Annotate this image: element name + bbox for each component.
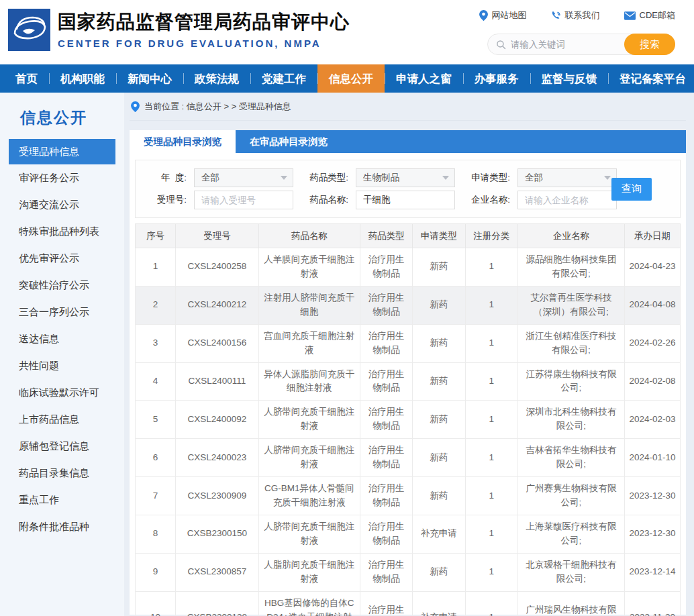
column-header: 申请类型 <box>412 224 465 248</box>
contact-label: 联系我们 <box>565 9 600 21</box>
nav-item-4[interactable]: 政策法规 <box>183 64 250 93</box>
apply-type-label: 申请类型: <box>460 172 510 184</box>
company-name-input[interactable] <box>517 191 617 209</box>
drug-type-select[interactable]: 生物制品 <box>356 168 455 187</box>
sitemap-label: 网站地图 <box>492 9 527 21</box>
nav-item-8[interactable]: 办事服务 <box>463 64 530 93</box>
table-cell: 1 <box>465 324 517 362</box>
year-select-value: 全部 <box>201 172 219 184</box>
table-cell: CXSB2300138 <box>176 591 259 616</box>
table-cell: 1 <box>465 553 517 591</box>
nav-item-7[interactable]: 申请人之窗 <box>385 64 463 93</box>
sidebar-title: 信息公开 <box>20 107 124 128</box>
nav-item-10[interactable]: 登记备案平台 <box>608 64 694 93</box>
cde-mail-link[interactable]: CDE邮箱 <box>624 9 675 21</box>
nav-item-1[interactable]: 首页 <box>4 64 49 93</box>
table-cell: 治疗用生物制品 <box>360 439 412 477</box>
table-cell: 新药 <box>412 553 465 591</box>
breadcrumb-text: 当前位置 : 信息公开 > > 受理品种信息 <box>144 101 291 113</box>
table-cell: 2024-02-03 <box>625 401 681 439</box>
column-header: 受理号 <box>176 224 259 248</box>
nav-item-9[interactable]: 监督与反馈 <box>530 64 609 93</box>
sidebar-item-5[interactable]: 优先审评公示 <box>0 245 124 272</box>
drug-name-input[interactable] <box>356 191 455 209</box>
table-cell: 2024-01-10 <box>625 439 681 477</box>
table-cell: 人脐带间充质干细胞注射液 <box>258 515 360 553</box>
table-cell: 1 <box>465 477 517 515</box>
breadcrumb: 当前位置 : 信息公开 > > 受理品种信息 <box>130 93 686 121</box>
nav-item-5[interactable]: 党建工作 <box>250 64 317 93</box>
table-cell: HBG基因修饰的自体CD34+造血干细胞注射液 <box>258 591 360 616</box>
table-cell: 治疗用生物制品 <box>360 401 412 439</box>
table-cell: 异体人源脂肪间充质干细胞注射液 <box>258 362 360 401</box>
search-button[interactable]: 搜索 <box>624 34 675 55</box>
drug-type-select-value: 生物制品 <box>363 172 399 184</box>
apply-type-select-value: 全部 <box>525 172 543 184</box>
sidebar-item-4[interactable]: 特殊审批品种列表 <box>0 218 124 245</box>
mail-icon <box>624 11 636 20</box>
sidebar-item-8[interactable]: 送达信息 <box>0 325 124 352</box>
nav-item-2[interactable]: 机构职能 <box>49 64 116 93</box>
sidebar-item-12[interactable]: 原辅包登记信息 <box>0 433 124 460</box>
table-cell: 治疗用生物制品 <box>360 553 412 591</box>
sidebar-item-2[interactable]: 审评任务公示 <box>0 164 124 191</box>
table-cell: 治疗用生物制品 <box>360 477 412 515</box>
table-row: 2CXSL2400212注射用人脐带间充质干细胞治疗用生物制品新药1艾尔普再生医… <box>136 286 681 324</box>
chevron-down-icon <box>604 176 611 180</box>
table-cell: CXSL2400156 <box>176 324 259 362</box>
query-button[interactable]: 查询 <box>611 178 652 201</box>
table-cell: 6 <box>136 439 176 477</box>
table-cell: 新药 <box>412 324 465 362</box>
quick-links: 网站地图 联系我们 CDE邮箱 <box>479 9 675 21</box>
chevron-down-icon <box>281 176 287 180</box>
table-cell: 新药 <box>412 439 465 477</box>
table-cell: 治疗用生物制品 <box>360 515 412 553</box>
table-cell: 新药 <box>412 248 465 287</box>
sidebar-item-14[interactable]: 重点工作 <box>0 486 124 513</box>
sidebar-item-1[interactable]: 受理品种信息 <box>9 139 115 164</box>
year-select[interactable]: 全部 <box>194 168 293 187</box>
table-cell: 2024-02-26 <box>625 324 681 362</box>
cde-mail-label: CDE邮箱 <box>640 9 675 21</box>
table-cell: 治疗用生物制品 <box>360 324 412 362</box>
search-input[interactable] <box>511 40 618 50</box>
table-row: 3CXSL2400156宫血间充质干细胞注射液治疗用生物制品新药1浙江生创精准医… <box>136 324 681 362</box>
sidebar-item-3[interactable]: 沟通交流公示 <box>0 191 124 218</box>
location-pin-icon <box>131 101 140 112</box>
table-cell: 注射用人脐带间充质干细胞 <box>258 286 360 324</box>
table-cell: CXSL2400092 <box>176 401 259 439</box>
table-cell: 1 <box>465 515 517 553</box>
table-cell: 1 <box>465 362 517 401</box>
nav-item-6[interactable]: 信息公开 <box>317 64 385 93</box>
tab-under-review-catalog[interactable]: 在审品种目录浏览 <box>236 130 342 153</box>
sidebar-item-13[interactable]: 药品目录集信息 <box>0 460 124 486</box>
tab-accepted-catalog[interactable]: 受理品种目录浏览 <box>130 130 236 153</box>
sidebar-item-10[interactable]: 临床试验默示许可 <box>0 379 124 406</box>
apply-type-select[interactable]: 全部 <box>517 168 617 187</box>
table-cell: 新药 <box>412 286 465 324</box>
table-cell: 2023-12-14 <box>625 553 681 591</box>
column-header: 企业名称 <box>517 224 624 248</box>
table-row: 1CXSL2400258人羊膜间充质干细胞注射液治疗用生物制品新药1源品细胞生物… <box>136 248 681 287</box>
acceptance-no-input[interactable] <box>194 191 293 209</box>
table-cell: CXSL2300909 <box>176 477 259 515</box>
content: 信息公开 受理品种信息审评任务公示沟通交流公示特殊审批品种列表优先审评公示突破性… <box>0 93 694 616</box>
year-label: 年 度: <box>137 172 187 184</box>
cde-logo-icon <box>8 9 50 51</box>
sidebar-item-15[interactable]: 附条件批准品种 <box>0 513 124 540</box>
content-card: 受理品种目录浏览 在审品种目录浏览 年 度: 全部 药品类型: 生物制品 <box>130 130 686 615</box>
sitemap-link[interactable]: 网站地图 <box>479 9 527 21</box>
sidebar-item-11[interactable]: 上市药品信息 <box>0 406 124 433</box>
table-cell: CXSL2300857 <box>176 553 259 591</box>
filter-row-1: 年 度: 全部 药品类型: 生物制品 申请类型: 全部 <box>137 168 680 188</box>
sidebar-item-9[interactable]: 共性问题 <box>0 352 124 379</box>
sidebar-item-7[interactable]: 三合一序列公示 <box>0 299 124 325</box>
table-cell: 7 <box>136 477 176 515</box>
contact-link[interactable]: 联系我们 <box>551 9 600 21</box>
sidebar-item-6[interactable]: 突破性治疗公示 <box>0 272 124 299</box>
nav-item-3[interactable]: 新闻中心 <box>116 64 183 93</box>
table-cell: 新药 <box>412 401 465 439</box>
column-header: 序号 <box>136 224 176 248</box>
drug-type-label: 药品类型: <box>299 172 348 184</box>
table-cell: 新药 <box>412 362 465 401</box>
